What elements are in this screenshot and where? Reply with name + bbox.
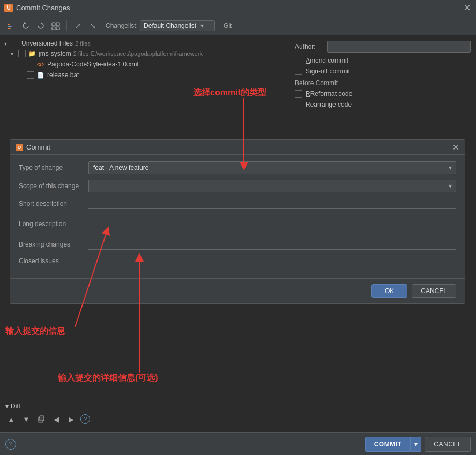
diff-toolbar: ▲ ▼ ◀ ▶ ?	[5, 413, 471, 425]
project-badge: 2 files	[73, 50, 89, 57]
cancel-main-button[interactable]: CANCEL	[425, 437, 471, 452]
signoff-label: Sign-off commit	[306, 68, 350, 75]
group-icon[interactable]	[49, 19, 62, 32]
type-select[interactable]: feat - A new feature fix - A bug fix doc…	[88, 161, 456, 174]
diff-down-icon[interactable]: ▼	[20, 413, 32, 425]
folder-expand-arrow-icon: ▾	[11, 51, 17, 57]
diff-help-icon[interactable]: ?	[80, 414, 90, 424]
git-label: Git	[224, 22, 232, 29]
type-label: Type of change	[19, 164, 88, 171]
help-icon[interactable]: ?	[5, 439, 16, 450]
signoff-checkbox[interactable]	[295, 68, 302, 75]
bat-file-item[interactable]: 📄 release.bat	[0, 70, 289, 80]
rearrange-label: Rearrange code	[306, 101, 352, 108]
unversioned-badge: 2 files	[75, 40, 91, 47]
scope-row: Scope of this change ▾	[19, 180, 456, 192]
breaking-label: Breaking changes	[19, 241, 88, 248]
window-title: Commit Changes	[16, 4, 70, 12]
breaking-input[interactable]	[88, 238, 456, 250]
svg-rect-4	[56, 23, 59, 26]
short-desc-label: Short description	[19, 200, 88, 207]
closed-input[interactable]	[88, 255, 456, 266]
amend-row: Amend commit	[295, 57, 471, 64]
xml-file-icon: </>	[36, 60, 45, 69]
closed-row: Closed issues	[19, 255, 456, 266]
cancel-dialog-button[interactable]: CANCEL	[412, 284, 456, 298]
project-checkbox[interactable]	[18, 50, 26, 57]
svg-rect-1	[8, 26, 12, 27]
svg-rect-3	[52, 23, 55, 26]
closed-label: Closed issues	[19, 257, 88, 265]
reformat-row: RReformat code	[295, 90, 471, 98]
xml-filename: Pagoda-CodeStyle-idea-1.0.xml	[47, 61, 138, 68]
bottom-buttons: COMMIT ▾ CANCEL	[365, 437, 471, 452]
amend-label: Amend commit	[306, 57, 348, 64]
unversioned-checkbox[interactable]	[12, 40, 19, 47]
scope-select-wrapper: ▾	[88, 180, 456, 192]
signoff-row: Sign-off commit	[295, 68, 471, 75]
dialog-close-button[interactable]: ✕	[452, 143, 459, 152]
app-icon: U	[4, 4, 13, 12]
dialog-title-bar: U Commit ✕	[10, 140, 465, 155]
author-row: Author:	[295, 41, 471, 53]
xml-file-item[interactable]: </> Pagoda-CodeStyle-idea-1.0.xml	[0, 59, 289, 70]
svg-rect-2	[8, 28, 11, 29]
diff-up-icon[interactable]: ▲	[5, 413, 17, 425]
bat-file-icon: 📄	[36, 71, 45, 79]
before-commit-header: Before Commit	[295, 79, 471, 87]
diff-header: ▾ Diff	[5, 402, 471, 410]
rearrange-checkbox[interactable]	[295, 101, 302, 108]
long-desc-input[interactable]	[88, 214, 456, 233]
svg-rect-5	[52, 27, 55, 30]
diff-icon[interactable]	[4, 19, 17, 32]
short-desc-row: Short description	[19, 198, 456, 209]
project-folder-item[interactable]: ▾ 📁 jms-system 2 files E:\workspaces\pag…	[0, 48, 289, 59]
svg-rect-6	[56, 27, 59, 30]
toolbar-separator	[66, 20, 67, 31]
commit-button[interactable]: COMMIT	[365, 437, 411, 452]
close-button[interactable]: ✕	[464, 3, 471, 13]
svg-rect-0	[8, 24, 10, 25]
bottom-action-bar: ? COMMIT ▾ CANCEL	[0, 432, 476, 455]
project-path: E:\workspaces\pagoda\platform\framework	[91, 50, 202, 57]
author-label: Author:	[295, 43, 327, 50]
title-bar: U Commit Changes ✕	[0, 0, 476, 16]
commit-dialog: U Commit ✕ Type of change feat - A new f…	[10, 139, 465, 304]
reformat-checkbox[interactable]	[295, 90, 302, 98]
dialog-icon: U	[16, 144, 23, 151]
type-row: Type of change feat - A new feature fix …	[19, 161, 456, 174]
author-input[interactable]	[327, 41, 471, 53]
bat-filename: release.bat	[47, 71, 79, 79]
diff-prev-icon[interactable]: ◀	[50, 413, 62, 425]
short-desc-input[interactable]	[88, 198, 456, 209]
bat-checkbox[interactable]	[27, 71, 34, 79]
long-desc-row: Long description	[19, 214, 456, 233]
svg-rect-8	[40, 416, 44, 421]
unversioned-label: Unversioned Files	[21, 40, 73, 47]
dialog-body: Type of change feat - A new feature fix …	[10, 155, 465, 278]
long-desc-label: Long description	[19, 220, 88, 228]
expand-icon[interactable]: ⤢	[71, 19, 84, 32]
toolbar: ⤢ ⤡ Changelist: Default Changelist ▾ Git	[0, 16, 476, 35]
changelist-label: Changelist:	[106, 22, 138, 29]
diff-copy-icon[interactable]	[35, 413, 47, 425]
diff-next-icon[interactable]: ▶	[65, 413, 77, 425]
amend-checkbox[interactable]	[295, 57, 302, 64]
dropdown-arrow-icon: ▾	[200, 22, 204, 29]
breaking-row: Breaking changes	[19, 238, 456, 250]
scope-select[interactable]	[88, 180, 456, 192]
xml-checkbox[interactable]	[27, 61, 34, 68]
reformat-label: RReformat code	[306, 90, 352, 98]
changelist-dropdown[interactable]: Default Changelist ▾	[140, 20, 215, 31]
dialog-title: Commit	[26, 143, 50, 151]
ok-button[interactable]: OK	[371, 284, 407, 298]
commit-arrow-button[interactable]: ▾	[411, 437, 421, 452]
revert-icon[interactable]	[19, 19, 32, 32]
diff-section: ▾ Diff ▲ ▼ ◀ ▶ ?	[0, 399, 476, 432]
folder-icon: 📁	[28, 49, 36, 58]
scope-label: Scope of this change	[19, 182, 88, 190]
collapse-icon[interactable]: ⤡	[86, 19, 99, 32]
unversioned-files-item[interactable]: ▾ Unversioned Files 2 files	[0, 39, 289, 48]
expand-arrow-icon: ▾	[4, 41, 11, 47]
refresh-icon[interactable]	[34, 19, 47, 32]
